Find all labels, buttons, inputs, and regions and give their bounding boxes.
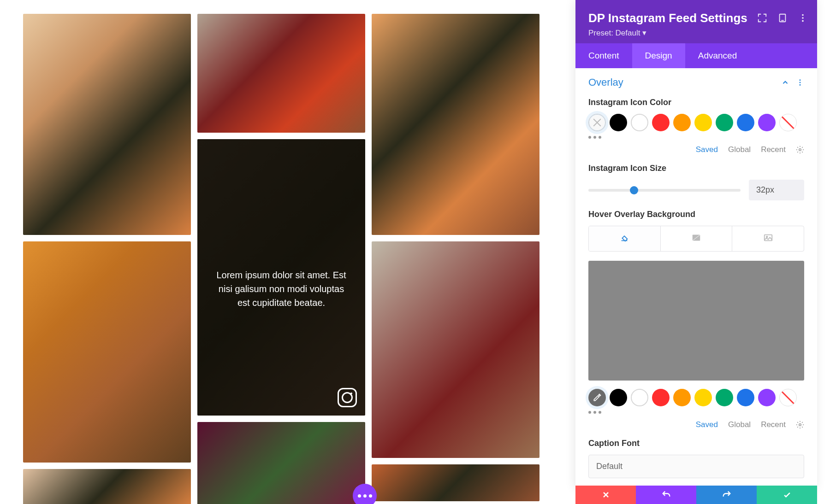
bg-tab-gradient[interactable]: [661, 226, 733, 251]
gear-icon[interactable]: [796, 421, 804, 429]
icon-color-label: Instagram Icon Color: [588, 98, 804, 107]
section-overlay[interactable]: Overlay: [588, 76, 623, 88]
swatch-teal[interactable]: [716, 389, 733, 406]
feed-tile[interactable]: [23, 14, 191, 235]
bg-color-swatches: [588, 389, 804, 406]
feed-caption: Lorem ipsum dolor sit amet. Est nisi gal…: [197, 139, 365, 310]
svg-point-5: [800, 79, 801, 81]
icon-size-label: Instagram Icon Size: [588, 164, 804, 173]
swatch-black[interactable]: [610, 114, 627, 131]
bg-tab-color[interactable]: [589, 226, 661, 251]
swatch-none[interactable]: [779, 114, 797, 131]
caption-font-label: Caption Font: [588, 439, 804, 448]
swatch-orange[interactable]: [673, 114, 691, 131]
gradient-icon: [691, 233, 701, 243]
swatch-white[interactable]: [631, 389, 648, 406]
tab-advanced[interactable]: Advanced: [685, 43, 750, 68]
svg-point-3: [802, 17, 804, 19]
instagram-icon: [338, 388, 357, 407]
image-icon: [763, 233, 773, 243]
swatch-red[interactable]: [652, 389, 670, 406]
bg-tab-image[interactable]: [732, 226, 804, 251]
swatch-yellow[interactable]: [694, 114, 712, 131]
tablet-icon[interactable]: [777, 13, 788, 23]
svg-point-12: [799, 424, 801, 426]
save-button[interactable]: [757, 486, 817, 504]
section-more-icon[interactable]: [796, 78, 804, 87]
feed-tile-hovered[interactable]: Lorem ipsum dolor sit amet. Est nisi gal…: [197, 139, 365, 416]
paint-bucket-icon: [619, 233, 629, 243]
expand-icon[interactable]: [757, 13, 767, 23]
settings-panel: DP Instagram Feed Settings Preset: Defau…: [575, 0, 817, 488]
feed-tile[interactable]: [23, 241, 191, 463]
svg-point-7: [800, 84, 801, 86]
svg-point-2: [802, 14, 804, 16]
feed-tile[interactable]: [372, 464, 540, 501]
bg-type-tabs: [588, 226, 804, 252]
swatch-more-button[interactable]: [588, 411, 804, 414]
swatch-more-button[interactable]: [588, 136, 804, 139]
preset-selector[interactable]: Preset: Default ▾: [588, 28, 804, 38]
swatch-transparent[interactable]: [588, 114, 606, 131]
panel-header: DP Instagram Feed Settings Preset: Defau…: [575, 0, 817, 43]
swatch-yellow[interactable]: [694, 389, 712, 406]
icon-size-slider[interactable]: [588, 189, 741, 192]
svg-point-11: [766, 236, 768, 238]
caption-font-select[interactable]: Default: [588, 455, 804, 478]
redo-icon: [722, 490, 732, 500]
swatch-blue[interactable]: [737, 389, 754, 406]
swatch-orange[interactable]: [673, 389, 691, 406]
cancel-button[interactable]: [575, 486, 636, 504]
swatch-white[interactable]: [631, 114, 648, 131]
palette-tab-global[interactable]: Global: [728, 420, 751, 429]
undo-icon: [661, 490, 671, 500]
svg-point-6: [800, 82, 801, 83]
swatch-blue[interactable]: [737, 114, 754, 131]
panel-footer-actions: [575, 486, 817, 504]
undo-button[interactable]: [636, 486, 696, 504]
palette-tab-saved[interactable]: Saved: [696, 145, 718, 154]
fab-menu-button[interactable]: [353, 484, 377, 504]
close-icon: [601, 490, 611, 499]
redo-button[interactable]: [696, 486, 757, 504]
tab-design[interactable]: Design: [632, 43, 685, 68]
chevron-up-icon[interactable]: [781, 78, 789, 87]
swatch-teal[interactable]: [716, 114, 733, 131]
panel-tabs: Content Design Advanced: [575, 43, 817, 68]
feed-tile[interactable]: [372, 14, 540, 235]
palette-tab-recent[interactable]: Recent: [761, 420, 786, 429]
more-icon[interactable]: [798, 13, 808, 23]
feed-tile[interactable]: [23, 469, 191, 504]
palette-tab-global[interactable]: Global: [728, 145, 751, 154]
tab-content[interactable]: Content: [575, 43, 632, 68]
icon-size-value[interactable]: 32px: [749, 180, 804, 200]
swatch-purple[interactable]: [758, 389, 776, 406]
swatch-purple[interactable]: [758, 114, 776, 131]
icon-color-swatches: [588, 114, 804, 131]
svg-point-4: [802, 20, 804, 22]
feed-tile[interactable]: [197, 14, 365, 133]
eyedropper-icon: [593, 393, 602, 402]
slider-thumb[interactable]: [630, 186, 638, 194]
gear-icon[interactable]: [796, 146, 804, 154]
feed-tile[interactable]: [372, 241, 540, 458]
swatch-none[interactable]: [779, 389, 797, 406]
swatch-picker[interactable]: [588, 389, 606, 406]
hover-bg-label: Hover Overlay Background: [588, 210, 804, 219]
palette-tab-recent[interactable]: Recent: [761, 145, 786, 154]
palette-tab-saved[interactable]: Saved: [696, 420, 718, 429]
swatch-red[interactable]: [652, 114, 670, 131]
swatch-black[interactable]: [610, 389, 627, 406]
svg-point-8: [799, 149, 801, 151]
bg-color-preview[interactable]: [588, 261, 804, 381]
feed-tile[interactable]: [197, 422, 365, 504]
check-icon: [783, 490, 792, 499]
